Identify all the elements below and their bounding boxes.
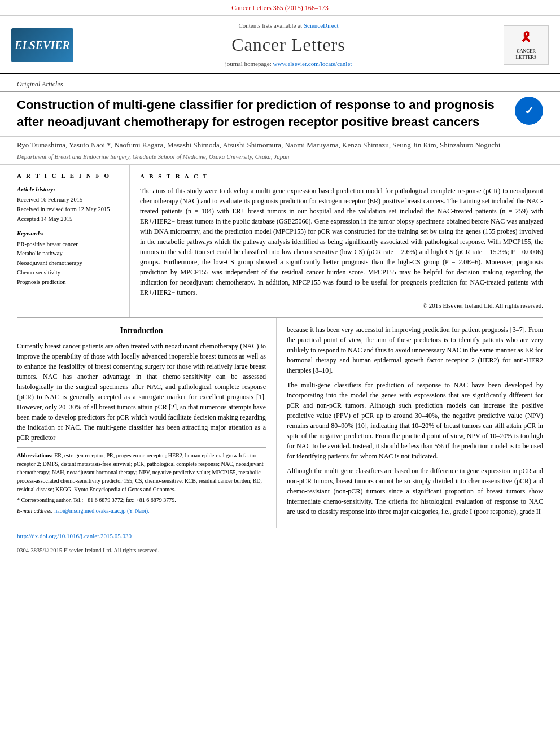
elsevier-logo-text: ELSEVIER	[15, 37, 70, 53]
keyword-3: Neoadjuvant chemotherapy	[17, 259, 121, 268]
top-bar: Cancer Letters 365 (2015) 166–173	[0, 0, 560, 16]
abbreviations-label: Abbreviations:	[17, 452, 53, 458]
authors-list: Ryo Tsunashima, Yasuto Naoi *, Naofumi K…	[17, 140, 543, 150]
elsevier-logo-box: ELSEVIER	[11, 28, 73, 62]
abbreviations-text: ER, estrogen receptor; PR, progesterone …	[17, 452, 264, 492]
bottom-links: http://dx.doi.org/10.1016/j.canlet.2015.…	[0, 528, 560, 544]
corresponding-text: Tel.: +81 6 6879 3772; fax: +81 6 6879 3…	[73, 497, 176, 503]
abstract-copyright: © 2015 Elsevier Ireland Ltd. All rights …	[140, 301, 543, 311]
body-content: Introduction Currently breast cancer pat…	[0, 318, 560, 528]
received-date: Received 16 February 2015	[17, 195, 121, 205]
crossmark-badge[interactable]: ✓	[515, 97, 543, 125]
journal-logo: 🎗 CANCERLETTERS	[504, 25, 549, 65]
journal-title: Cancer Letters	[73, 32, 504, 58]
cancer-letters-badge: 🎗 CANCERLETTERS	[504, 25, 549, 65]
affiliation: Department of Breast and Endocrine Surge…	[17, 152, 543, 161]
intro-paragraph-3: The multi-gene classifiers for predictio…	[287, 380, 543, 461]
corresponding-author: * Corresponding author. Tel.: +81 6 6879…	[17, 496, 266, 504]
intro-paragraph-2: because it has been very successful in i…	[287, 325, 543, 375]
intro-paragraph-4: Although the multi-gene classifiers are …	[287, 466, 543, 517]
introduction-heading: Introduction	[17, 325, 266, 337]
history-label: Article history:	[17, 185, 121, 194]
corresponding-label: * Corresponding author.	[17, 497, 72, 503]
contents-line: Contents lists available at ScienceDirec…	[73, 21, 504, 30]
revised-date: Received in revised form 12 May 2015	[17, 205, 121, 215]
journal-title-section: Contents lists available at ScienceDirec…	[73, 21, 504, 69]
article-info: A R T I C L E I N F O Article history: R…	[17, 165, 130, 317]
article-title-section: Construction of multi-gene classifier fo…	[0, 92, 560, 136]
sciencedirect-link[interactable]: ScienceDirect	[304, 22, 339, 29]
keywords-label: Keywords:	[17, 229, 121, 238]
article-info-heading: A R T I C L E I N F O	[17, 172, 121, 180]
accepted-date: Accepted 14 May 2015	[17, 215, 121, 224]
abbreviations: Abbreviations: ER, estrogen receptor; PR…	[17, 451, 266, 493]
footnotes: Abbreviations: ER, estrogen receptor; PR…	[17, 447, 266, 515]
email-link[interactable]: naoi@msurg.med.osaka-u.ac.jp (Y. Naoi).	[54, 508, 149, 514]
article-dates: Received 16 February 2015 Received in re…	[17, 195, 121, 224]
left-column: Introduction Currently breast cancer pat…	[17, 318, 277, 528]
journal-citation: Cancer Letters 365 (2015) 166–173	[231, 4, 328, 12]
right-column: because it has been very successful in i…	[277, 318, 543, 528]
authors-section: Ryo Tsunashima, Yasuto Naoi *, Naofumi K…	[0, 137, 560, 165]
article-type-label: Original Articles	[0, 74, 560, 92]
keyword-5: Prognosis prediction	[17, 278, 121, 287]
publisher-logo: ELSEVIER	[11, 28, 73, 62]
crossmark-icon: ✓	[524, 103, 534, 119]
article-info-abstract: A R T I C L E I N F O Article history: R…	[0, 165, 560, 317]
keyword-4: Chemo-sensitivity	[17, 268, 121, 278]
abstract-text: The aims of this study were to develop a…	[140, 186, 543, 298]
article-title-container: Construction of multi-gene classifier fo…	[17, 97, 506, 130]
email-label: E-mail address:	[17, 508, 53, 514]
email-line: E-mail address: naoi@msurg.med.osaka-u.a…	[17, 506, 266, 515]
article-title: Construction of multi-gene classifier fo…	[17, 97, 506, 130]
journal-badge-text: CANCERLETTERS	[516, 48, 537, 60]
abstract-heading: A B S T R A C T	[140, 172, 543, 181]
homepage-link[interactable]: www.elsevier.com/locate/canlet	[273, 60, 352, 67]
doi-link[interactable]: http://dx.doi.org/10.1016/j.canlet.2015.…	[17, 532, 132, 539]
keywords-list: ER-positive breast cancer Metabolic path…	[17, 240, 121, 287]
keyword-2: Metabolic pathway	[17, 249, 121, 259]
journal-badge-icon: 🎗	[520, 29, 532, 47]
intro-paragraph-1: Currently breast cancer patients are oft…	[17, 341, 266, 443]
keyword-1: ER-positive breast cancer	[17, 240, 121, 250]
journal-header: ELSEVIER Contents lists available at Sci…	[0, 16, 560, 75]
bottom-copyright: 0304-3835/© 2015 Elsevier Ireland Ltd. A…	[0, 544, 560, 557]
abstract-section: A B S T R A C T The aims of this study w…	[130, 165, 543, 317]
homepage-line: journal homepage: www.elsevier.com/locat…	[73, 60, 504, 68]
